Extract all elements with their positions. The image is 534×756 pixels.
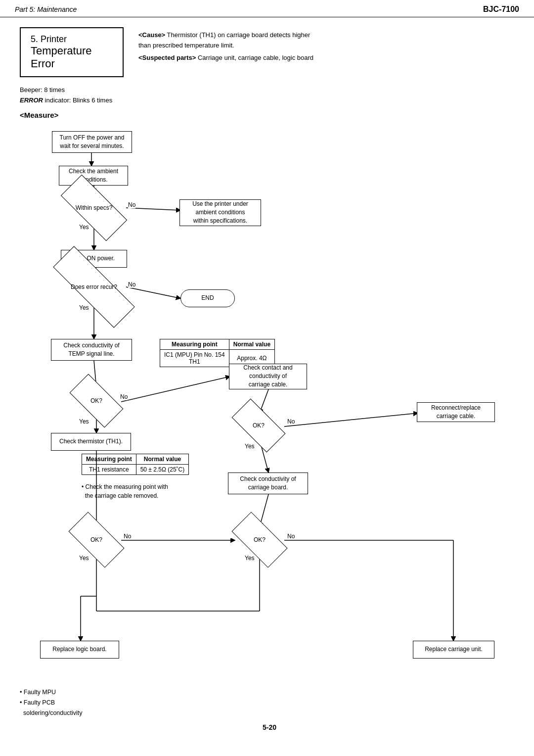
title-text: Temperature Error	[31, 45, 113, 70]
table1-header2: Normal value	[229, 339, 274, 349]
suspected-label: <Suspected parts>	[138, 54, 196, 61]
diamond-within-specs: Within specs?	[62, 193, 126, 223]
table2-header1: Measuring point	[82, 454, 136, 464]
yes-label-ok3: Yes	[79, 555, 89, 562]
cause-label: <Cause>	[138, 31, 165, 39]
no-label-ok1: No	[120, 393, 128, 400]
box-ambient-use: Use the printer underambient conditionsw…	[179, 199, 261, 226]
cause-section: <Cause> Thermistor (TH1) on carriage boa…	[138, 27, 519, 77]
box-check-carriage-cable: Check contact andconductivity ofcarriage…	[229, 364, 307, 389]
table2-cell-value: 50 ± 2.5Ω (25˚C)	[136, 464, 189, 474]
measure-heading: <Measure>	[20, 111, 519, 119]
box-check-temp: Check conductivity ofTEMP signal line.	[51, 339, 132, 361]
page-header: Part 5: Maintenance BJC-7100	[0, 0, 534, 17]
no-label-specs: No	[128, 201, 135, 208]
top-section: 5. Printer Temperature Error <Cause> The…	[20, 27, 519, 77]
page-number: 5-20	[20, 723, 519, 731]
table1-cell-point: IC1 (MPU) Pin No. 154TH1	[160, 349, 229, 367]
bullet-notes: • Faulty MPU • Faulty PCB soldering/cond…	[20, 687, 519, 719]
inline-note: • Check the measuring point with the car…	[82, 482, 168, 500]
box-replace-logic: Replace logic board.	[40, 641, 119, 659]
flowchart: No Yes No Yes No Yes No Yes No Yes No Ye…	[22, 126, 517, 680]
model-title: BJC-7100	[483, 5, 519, 14]
bullet-faulty-pcb: • Faulty PCB soldering/conductivity	[20, 698, 519, 719]
yes-label-ok4: Yes	[245, 555, 255, 562]
table2-header2: Normal value	[136, 454, 189, 464]
yes-label-recur: Yes	[79, 304, 89, 311]
title-box: 5. Printer Temperature Error	[20, 27, 124, 77]
part-title: Part 5: Maintenance	[15, 5, 77, 13]
cause-line: <Cause> Thermistor (TH1) on carriage boa…	[138, 30, 519, 51]
error-indicator-label: ERROR	[20, 96, 43, 104]
beeper-line1: Beeper: 8 times	[20, 85, 519, 95]
yes-label-specs: Yes	[79, 224, 89, 231]
svg-line-9	[121, 377, 230, 402]
beeper-info: Beeper: 8 times ERROR indicator: Blinks …	[20, 85, 519, 106]
box-reconnect: Reconnect/replacecarriage cable.	[417, 402, 495, 422]
error-indicator-rest: indicator: Blinks 6 times	[45, 96, 113, 104]
table-measuring-1: Measuring point Normal value IC1 (MPU) P…	[160, 339, 275, 367]
main-content: 5. Printer Temperature Error <Cause> The…	[0, 17, 534, 741]
title-number: 5. Printer	[31, 34, 113, 45]
suspected-line: <Suspected parts> Carriage unit, carriag…	[138, 53, 519, 63]
diamond-ok4: OK?	[234, 526, 285, 554]
box-check-carriage-board: Check conductivity ofcarriage board.	[228, 472, 308, 494]
table1-header1: Measuring point	[160, 339, 229, 349]
diamond-ok1: OK?	[72, 387, 121, 414]
box-check-thermistor: Check thermistor (TH1).	[51, 433, 131, 451]
box-turn-off: Turn OFF the power andwait for several m…	[52, 131, 132, 153]
no-label-ok2: No	[287, 418, 295, 425]
diamond-error-recur: Does error recur?	[51, 272, 137, 302]
suspected-text: Carriage unit, carriage cable, logic boa…	[198, 54, 313, 61]
box-check-ambient: Check the ambientconditions.	[59, 166, 128, 186]
diamond-ok3: OK?	[71, 526, 122, 554]
box-replace-carriage: Replace carriage unit.	[413, 641, 494, 659]
no-label-ok4: No	[287, 533, 295, 540]
table-measuring-2: Measuring point Normal value TH1 resista…	[82, 454, 189, 475]
table2-cell-point: TH1 resistance	[82, 464, 136, 474]
svg-line-12	[284, 413, 418, 426]
box-end: END	[180, 289, 235, 307]
yes-label-ok1: Yes	[79, 418, 89, 425]
no-label-ok3: No	[124, 533, 131, 540]
yes-label-ok2: Yes	[245, 443, 255, 450]
beeper-line2: ERROR indicator: Blinks 6 times	[20, 95, 519, 106]
bullet-faulty-mpu: • Faulty MPU	[20, 687, 519, 698]
diamond-ok2: OK?	[234, 412, 283, 439]
